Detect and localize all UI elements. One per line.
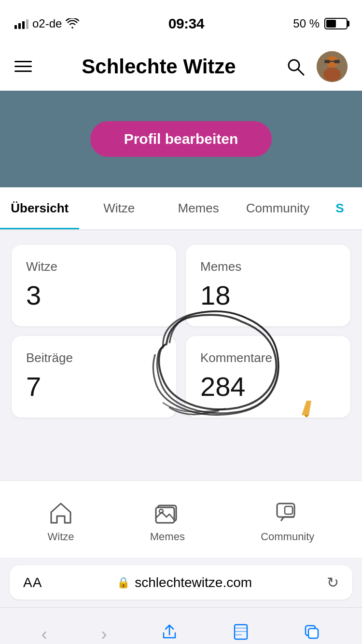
- chat-icon: [275, 501, 300, 526]
- stat-value-beitrage: 7: [26, 373, 162, 400]
- pen-decoration: [299, 398, 319, 418]
- spacer: [0, 432, 362, 480]
- nav-label-memes: Memes: [150, 531, 185, 543]
- stats-section: Witze 3 Memes 18 Beiträge 7 Kommentare 2…: [0, 230, 362, 432]
- svg-marker-9: [304, 415, 309, 418]
- home-icon: [48, 501, 73, 526]
- stat-value-memes: 18: [200, 282, 336, 309]
- tab-more[interactable]: S: [318, 187, 362, 229]
- svg-marker-8: [302, 401, 311, 415]
- lock-icon: 🔒: [117, 576, 130, 589]
- status-left: o2-de: [14, 17, 79, 30]
- share-button[interactable]: [156, 618, 183, 644]
- stat-label-beitrage: Beiträge: [26, 350, 162, 365]
- menu-button[interactable]: [14, 61, 32, 72]
- forward-button[interactable]: ›: [96, 619, 111, 644]
- profile-banner: Profil bearbeiten: [0, 91, 362, 187]
- stat-value-witze: 3: [26, 282, 162, 309]
- status-right: 50 %: [293, 17, 348, 30]
- nav-item-witze[interactable]: Witze: [48, 501, 74, 543]
- browser-left: AA: [23, 575, 42, 590]
- wifi-icon: [66, 18, 79, 29]
- svg-rect-13: [277, 504, 294, 517]
- stat-label-kommentare: Kommentare: [200, 350, 336, 365]
- tab-witze[interactable]: Witze: [79, 187, 158, 229]
- aa-text[interactable]: AA: [23, 575, 42, 590]
- signal-icon: [14, 18, 28, 29]
- tab-memes[interactable]: Memes: [159, 187, 238, 229]
- stat-label-memes: Memes: [200, 259, 336, 274]
- header-right: [286, 51, 348, 82]
- svg-line-1: [298, 69, 304, 75]
- refresh-button[interactable]: ↻: [327, 574, 339, 591]
- images-icon: [155, 501, 180, 526]
- status-bar: o2-de 09:34 50 %: [0, 0, 362, 42]
- tab-navigation: Übersicht Witze Memes Community S: [0, 187, 362, 230]
- url-container: 🔒 schlechtewitze.com: [117, 575, 252, 590]
- browser-bar-inner: AA 🔒 schlechtewitze.com ↻: [10, 565, 352, 600]
- browser-bar: AA 🔒 schlechtewitze.com ↻: [0, 558, 362, 607]
- app-header: Schlechte Witze: [0, 42, 362, 91]
- tab-community[interactable]: Community: [238, 187, 317, 229]
- search-icon[interactable]: [286, 57, 305, 76]
- clock: 09:34: [168, 15, 204, 32]
- bottom-navigation: Witze Memes Community: [0, 480, 362, 558]
- stat-card-memes: Memes 18: [186, 245, 350, 326]
- svg-rect-17: [308, 629, 318, 638]
- tabs-button[interactable]: [298, 618, 325, 644]
- carrier-text: o2-de: [32, 17, 62, 30]
- back-button[interactable]: ‹: [37, 619, 52, 644]
- avatar[interactable]: [317, 51, 348, 82]
- svg-point-4: [323, 68, 341, 81]
- nav-item-community[interactable]: Community: [261, 501, 314, 543]
- bookmarks-button[interactable]: [227, 618, 254, 644]
- app-title: Schlechte Witze: [82, 55, 236, 78]
- stat-value-kommentare: 284: [200, 373, 336, 400]
- stat-card-witze: Witze 3: [12, 245, 176, 326]
- svg-rect-6: [334, 60, 340, 63]
- battery-percent: 50 %: [293, 17, 320, 30]
- svg-rect-14: [285, 506, 292, 514]
- stat-card-kommentare: Kommentare 284: [186, 336, 350, 418]
- tab-ubersicht[interactable]: Übersicht: [0, 187, 79, 229]
- nav-label-witze: Witze: [48, 531, 74, 543]
- svg-rect-5: [324, 60, 330, 63]
- nav-item-memes[interactable]: Memes: [150, 501, 185, 543]
- edit-profile-button[interactable]: Profil bearbeiten: [90, 121, 272, 157]
- nav-label-community: Community: [261, 531, 314, 543]
- stat-label-witze: Witze: [26, 259, 162, 274]
- stat-card-beitrage: Beiträge 7: [12, 336, 176, 418]
- battery-icon: [324, 18, 348, 29]
- browser-controls: ‹ ›: [0, 607, 362, 644]
- browser-url[interactable]: schlechtewitze.com: [135, 575, 252, 590]
